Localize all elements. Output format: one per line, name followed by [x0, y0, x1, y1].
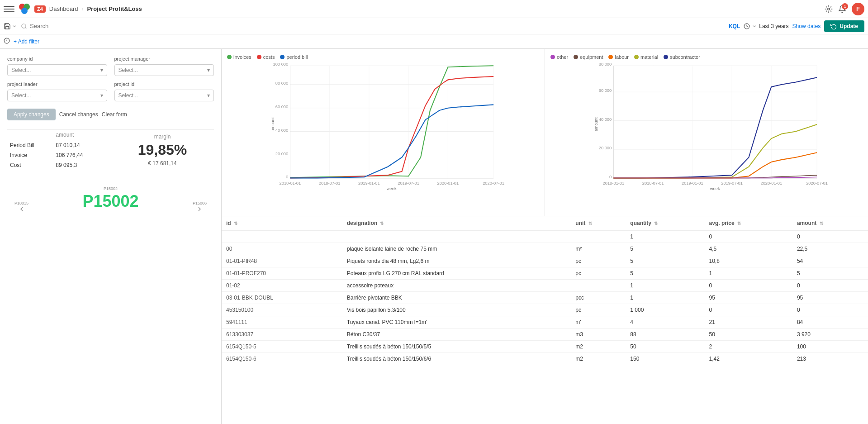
summary-row-label: Period Bill [7, 140, 53, 151]
svg-text:60 000: 60 000 [599, 88, 612, 93]
cell-avg-price: 21 [705, 316, 792, 329]
apply-changes-button[interactable]: Apply changes [7, 109, 56, 120]
cell-quantity: 5 [626, 243, 704, 255]
summary-row-value: 87 010,14 [53, 140, 103, 151]
cancel-changes-button[interactable]: Cancel changes [59, 111, 98, 118]
kql-button[interactable]: KQL [729, 23, 740, 29]
legend-material: material [634, 54, 658, 60]
table-row: 6154Q150-5 Treillis soudés à béton 150/1… [222, 341, 868, 353]
add-filter-button[interactable]: + Add filter [14, 38, 39, 45]
chart-costs: other equipment labour material [545, 49, 868, 216]
col-header-avg-price[interactable]: avg. price [705, 216, 792, 230]
cell-unit: m2 [571, 353, 626, 365]
cell-unit: m3 [571, 329, 626, 341]
cell-amount: 95 [792, 292, 868, 304]
company-id-select[interactable]: Select... [7, 64, 107, 76]
col-header-unit[interactable]: unit [571, 216, 626, 230]
col-header-amount[interactable]: amount [792, 216, 868, 230]
time-range-selector[interactable]: Last 3 years [744, 23, 788, 29]
legend-subcontractor: subcontractor [664, 54, 700, 60]
cell-amount: 100 [792, 341, 868, 353]
svg-text:40 000: 40 000 [275, 128, 289, 133]
project-id-label: project id [114, 81, 214, 87]
data-table-wrap: id designation unit quantity avg. price … [222, 216, 868, 424]
save-view-icon[interactable] [4, 23, 17, 30]
cell-designation: Piquets ronds dia 48 mm, Lg2,6 m [342, 255, 571, 267]
project-id-filter: project id Select... [114, 81, 214, 101]
summary-row: Period Bill87 010,14 [7, 140, 103, 151]
svg-text:2020-01-01: 2020-01-01 [760, 181, 782, 186]
project-manager-filter: project manager Select... [114, 56, 214, 76]
col-header-id[interactable]: id [222, 216, 342, 230]
cell-avg-price: 2 [705, 341, 792, 353]
cell-quantity: 5 [626, 255, 704, 267]
clear-form-button[interactable]: Clear form [102, 111, 127, 118]
cell-unit [571, 280, 626, 292]
summary-divider [107, 130, 107, 170]
workspace-badge[interactable]: Z4 [34, 5, 46, 13]
filterbar: + Add filter [0, 34, 868, 49]
hamburger-menu-icon[interactable] [4, 4, 14, 14]
svg-point-4 [22, 24, 26, 28]
project-leader-select[interactable]: Select... [7, 90, 107, 101]
col-header-designation[interactable]: designation [342, 216, 571, 230]
legend-invoices: invoices [227, 54, 251, 60]
table-header-row: id designation unit quantity avg. price … [222, 216, 868, 230]
right-panel: invoices costs period bill .axis-text{fo… [222, 49, 868, 424]
update-button[interactable]: Update [824, 20, 864, 32]
breadcrumb-page: Project Profit&Loss [87, 5, 142, 12]
cell-quantity: 4 [626, 316, 704, 329]
equipment-dot [574, 55, 578, 59]
cell-quantity: 150 [626, 353, 704, 365]
settings-icon[interactable] [825, 5, 833, 13]
cell-amount: 84 [792, 316, 868, 329]
invoices-label: invoices [233, 54, 251, 60]
svg-text:80 000: 80 000 [275, 81, 289, 86]
cell-quantity: 1 [626, 230, 704, 243]
svg-text:2018-07-01: 2018-07-01 [642, 181, 664, 186]
filter-actions: Apply changes Cancel changes Clear form [7, 109, 214, 120]
col-header-quantity[interactable]: quantity [626, 216, 704, 230]
project-id-select[interactable]: Select... [114, 90, 214, 101]
margin-box: margin 19,85% € 17 681,14 [111, 130, 214, 170]
summary-row: Invoice106 776,44 [7, 150, 103, 160]
chart-invoices: invoices costs period bill .axis-text{fo… [222, 49, 545, 216]
topbar: Z4 Dashboard › Project Profit&Loss 1 F [0, 0, 868, 18]
project-prev-label: P18015 [14, 201, 28, 205]
svg-text:0: 0 [286, 175, 288, 179]
cell-unit: m' [571, 316, 626, 329]
project-manager-select[interactable]: Select... [114, 64, 214, 76]
show-dates-button[interactable]: Show dates [792, 23, 821, 29]
cell-amount: 5 [792, 267, 868, 280]
cell-unit: pcc [571, 292, 626, 304]
cell-amount: 213 [792, 353, 868, 365]
cell-amount: 0 [792, 230, 868, 243]
svg-point-3 [828, 8, 830, 10]
main-content: company id Select... project manager Sel… [0, 49, 868, 424]
labour-label: labour [615, 54, 629, 60]
summary-amount-header: amount [53, 130, 103, 140]
notifications-icon[interactable]: 1 [838, 5, 846, 13]
table-row: 01-02 accessoire poteaux 1 0 0 [222, 280, 868, 292]
chart2-legend: other equipment labour material [550, 54, 863, 60]
table-row: 01-01-PIR48 Piquets ronds dia 48 mm, Lg2… [222, 255, 868, 267]
cell-id: 613303037 [222, 329, 342, 341]
searchbar: KQL Last 3 years Show dates Update [0, 18, 868, 34]
project-current-id: P15002 [82, 192, 138, 211]
other-dot [550, 55, 555, 59]
company-id-filter: company id Select... [7, 56, 107, 76]
cell-designation: Treillis soudés à béton 150/150/6/6 [342, 353, 571, 365]
legend-other: other [550, 54, 568, 60]
user-avatar[interactable]: F [852, 3, 864, 15]
cell-avg-price: 1,42 [705, 353, 792, 365]
next-arrow-icon[interactable] [196, 205, 203, 213]
cell-avg-price: 4,5 [705, 243, 792, 255]
search-input[interactable] [30, 23, 166, 29]
charts-row: invoices costs period bill .axis-text{fo… [222, 49, 868, 216]
cell-amount: 3 920 [792, 329, 868, 341]
prev-arrow-icon[interactable] [18, 205, 25, 213]
cell-unit: pc [571, 304, 626, 316]
cell-id: 5941111 [222, 316, 342, 329]
company-id-chevron [100, 67, 103, 73]
project-leader-filter: project leader Select... [7, 81, 107, 101]
